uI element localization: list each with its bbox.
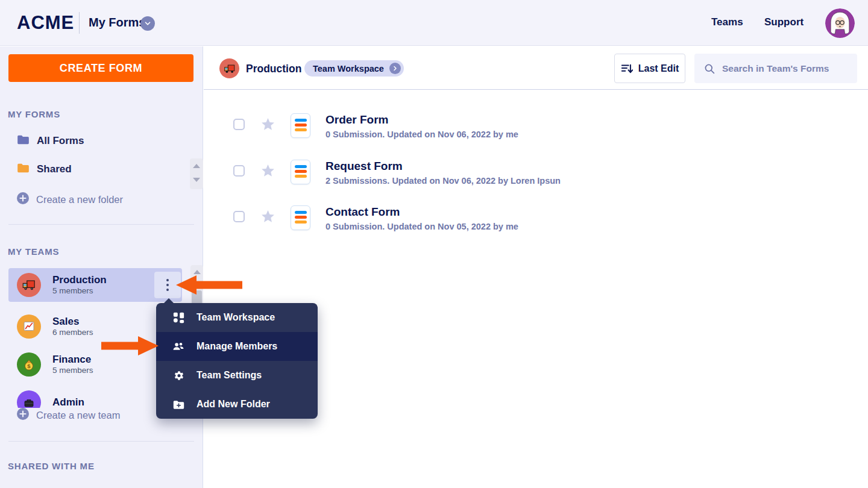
sidebar-item-all-forms[interactable]: All Forms bbox=[17, 134, 84, 147]
scroll-up-icon[interactable] bbox=[193, 164, 200, 168]
team-member-count: 6 members bbox=[52, 328, 93, 337]
menu-item-label: Team Workspace bbox=[197, 312, 275, 323]
top-header: ACME My Forms Teams Support bbox=[0, 0, 868, 46]
teams-link[interactable]: Teams bbox=[711, 16, 743, 28]
chevron-down-icon[interactable] bbox=[140, 16, 155, 31]
sidebar-divider bbox=[8, 441, 194, 442]
scroll-up-icon[interactable] bbox=[193, 270, 201, 274]
user-avatar[interactable] bbox=[825, 8, 855, 38]
star-icon[interactable] bbox=[260, 163, 275, 181]
create-new-folder-label: Create a new folder bbox=[36, 194, 123, 205]
sort-button[interactable]: Last Edit bbox=[614, 54, 685, 83]
folder-icon bbox=[17, 134, 30, 147]
sort-descending-icon bbox=[621, 63, 633, 75]
acme-logo: ACME bbox=[17, 12, 74, 34]
menu-item-label: Add New Folder bbox=[197, 399, 270, 410]
form-meta: 0 Submission. Updated on Nov 06, 2022 by… bbox=[326, 130, 518, 140]
create-new-folder-link[interactable]: Create a new folder bbox=[17, 192, 123, 207]
team-row-production[interactable]: Production 5 members bbox=[8, 268, 182, 302]
folders-scrollbar[interactable] bbox=[190, 158, 203, 189]
plus-circle-icon bbox=[17, 408, 29, 422]
kebab-menu-icon[interactable] bbox=[154, 272, 181, 298]
form-row-contact-form[interactable]: Contact Form 0 Submission. Updated on No… bbox=[204, 205, 850, 232]
search-box[interactable] bbox=[694, 54, 857, 83]
briefcase-icon bbox=[17, 390, 41, 408]
shared-with-me-section-label[interactable]: SHARED WITH ME bbox=[8, 461, 95, 471]
form-meta: 0 Submission. Updated on Nov 05, 2022 by… bbox=[326, 222, 518, 232]
star-icon[interactable] bbox=[260, 209, 275, 227]
sidebar: CREATE FORM MY FORMS All Forms Shared Cr… bbox=[0, 46, 203, 488]
team-name: Production bbox=[52, 274, 107, 286]
app-root: ACME My Forms Teams Support CREATE FORM … bbox=[0, 0, 868, 488]
my-forms-dropdown[interactable]: My Forms bbox=[89, 16, 145, 30]
menu-item-team-workspace[interactable]: Team Workspace bbox=[156, 303, 318, 332]
truck-icon bbox=[219, 58, 239, 78]
create-new-team-label: Create a new team bbox=[36, 410, 120, 421]
sidebar-item-shared[interactable]: Shared bbox=[17, 163, 72, 175]
search-input[interactable] bbox=[722, 63, 849, 74]
truck-icon bbox=[17, 273, 41, 297]
svg-text:$: $ bbox=[27, 363, 31, 369]
chevron-right-icon[interactable] bbox=[389, 63, 401, 74]
sidebar-item-label: All Forms bbox=[37, 135, 84, 147]
money-bag-icon: $ bbox=[17, 352, 41, 377]
form-icon bbox=[291, 160, 310, 184]
team-workspace-icon bbox=[172, 311, 184, 324]
pill-label: Team Workspace bbox=[313, 64, 384, 74]
team-context-menu: Team Workspace Manage Members Team Setti… bbox=[156, 303, 318, 419]
menu-item-add-new-folder[interactable]: Add New Folder bbox=[156, 390, 318, 419]
breadcrumb-team-name: Production bbox=[246, 63, 301, 75]
header-divider bbox=[79, 12, 80, 34]
search-icon bbox=[704, 63, 715, 74]
my-teams-section-label: MY TEAMS bbox=[8, 246, 59, 257]
form-title[interactable]: Request Form bbox=[326, 160, 561, 173]
form-row-order-form[interactable]: Order Form 0 Submission. Updated on Nov … bbox=[204, 113, 850, 140]
main-content: Production Team Workspace Last Edit bbox=[204, 46, 868, 488]
support-link[interactable]: Support bbox=[764, 16, 804, 28]
scroll-down-icon[interactable] bbox=[193, 178, 200, 182]
team-workspace-pill[interactable]: Team Workspace bbox=[304, 60, 404, 77]
form-icon bbox=[291, 205, 310, 230]
manage-members-icon bbox=[172, 340, 184, 352]
form-row-request-form[interactable]: Request Form 2 Submissions. Updated on N… bbox=[204, 160, 850, 186]
create-form-button[interactable]: CREATE FORM bbox=[8, 54, 193, 82]
plus-circle-icon bbox=[17, 192, 29, 207]
form-icon bbox=[291, 113, 310, 138]
sidebar-item-label: Shared bbox=[37, 163, 72, 175]
team-settings-icon bbox=[172, 369, 184, 381]
team-name: Sales bbox=[52, 316, 93, 328]
menu-item-label: Manage Members bbox=[197, 341, 277, 352]
sidebar-divider bbox=[8, 224, 194, 225]
menu-item-manage-members[interactable]: Manage Members bbox=[156, 332, 318, 361]
folder-icon bbox=[17, 163, 30, 175]
form-checkbox[interactable] bbox=[233, 211, 245, 222]
form-title[interactable]: Order Form bbox=[326, 113, 518, 127]
chart-icon bbox=[17, 314, 41, 339]
form-checkbox[interactable] bbox=[233, 165, 245, 177]
form-checkbox[interactable] bbox=[233, 119, 245, 130]
star-icon[interactable] bbox=[260, 117, 275, 134]
sort-button-label: Last Edit bbox=[638, 63, 679, 74]
team-name: Admin bbox=[52, 396, 84, 408]
team-name: Finance bbox=[52, 354, 93, 366]
team-member-count: 5 members bbox=[52, 286, 107, 296]
form-title[interactable]: Contact Form bbox=[326, 205, 518, 219]
form-meta: 2 Submissions. Updated on Nov 06, 2022 b… bbox=[326, 176, 561, 186]
my-forms-section-label: MY FORMS bbox=[8, 109, 60, 119]
menu-item-team-settings[interactable]: Team Settings bbox=[156, 361, 318, 390]
menu-item-label: Team Settings bbox=[197, 370, 262, 381]
add-new-folder-icon bbox=[172, 398, 184, 410]
create-new-team-link[interactable]: Create a new team bbox=[17, 408, 120, 422]
team-member-count: 5 members bbox=[52, 366, 93, 375]
workspace-toolbar: Production Team Workspace Last Edit bbox=[204, 46, 868, 90]
